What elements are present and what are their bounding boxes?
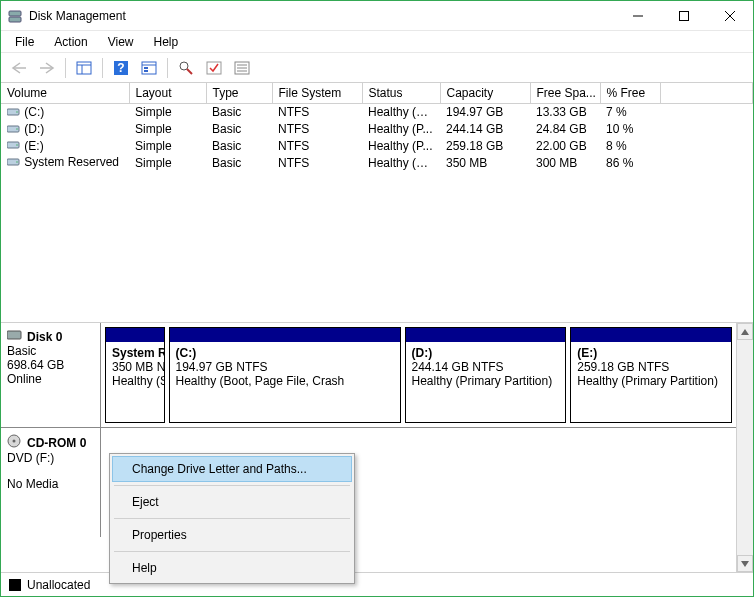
volume-free: 22.00 GB	[530, 138, 600, 155]
partition-cap	[170, 328, 400, 342]
partition[interactable]: (C:)194.97 GB NTFSHealthy (Boot, Page Fi…	[169, 327, 401, 423]
menu-action[interactable]: Action	[46, 33, 95, 51]
volume-free: 13.33 GB	[530, 104, 600, 121]
volume-table: Volume Layout Type File System Status Ca…	[1, 83, 753, 171]
volume-name: (E:)	[24, 139, 43, 153]
svg-point-34	[13, 440, 16, 443]
menu-help[interactable]: Help	[146, 33, 187, 51]
partition-status: Healthy (Boot, Page File, Crash	[176, 374, 394, 388]
maximize-button[interactable]	[661, 1, 707, 31]
volume-type: Basic	[206, 154, 272, 171]
context-menu: Change Drive Letter and Paths... Eject P…	[109, 453, 355, 584]
volume-type: Basic	[206, 138, 272, 155]
volume-row[interactable]: System ReservedSimpleBasicNTFSHealthy (S…	[1, 154, 753, 171]
partition-status: Healthy (Primary Partition)	[577, 374, 725, 388]
volume-free: 24.84 GB	[530, 121, 600, 138]
volume-free: 300 MB	[530, 154, 600, 171]
volume-row[interactable]: (D:)SimpleBasicNTFSHealthy (P...244.14 G…	[1, 121, 753, 138]
volume-row[interactable]: (E:)SimpleBasicNTFSHealthy (P...259.18 G…	[1, 138, 753, 155]
col-fs[interactable]: File System	[272, 83, 362, 104]
menu-item-eject[interactable]: Eject	[112, 489, 352, 515]
minimize-button[interactable]	[615, 1, 661, 31]
window: Disk Management File Action View Help ?	[0, 0, 754, 597]
menu-separator	[114, 551, 350, 552]
settings-button[interactable]	[72, 56, 96, 80]
svg-point-17	[180, 62, 188, 70]
volume-name: System Reserved	[24, 155, 119, 169]
partition-name: (D:)	[412, 346, 560, 360]
volume-fs: NTFS	[272, 154, 362, 171]
col-capacity[interactable]: Capacity	[440, 83, 530, 104]
menu-separator	[114, 485, 350, 486]
menu-item-change-drive-letter[interactable]: Change Drive Letter and Paths...	[112, 456, 352, 482]
volume-status: Healthy (B...	[362, 104, 440, 121]
partition-status: Healthy (Primary Partition)	[412, 374, 560, 388]
volume-name: (C:)	[24, 105, 44, 119]
volume-status: Healthy (P...	[362, 121, 440, 138]
partition-size: 350 MB NTFS	[112, 360, 158, 374]
help-button[interactable]: ?	[109, 56, 133, 80]
partition-size: 259.18 GB NTFS	[577, 360, 725, 374]
col-volume[interactable]: Volume	[1, 83, 129, 104]
partition-cap	[406, 328, 566, 342]
partition[interactable]: (D:)244.14 GB NTFSHealthy (Primary Parti…	[405, 327, 567, 423]
volume-capacity: 259.18 GB	[440, 138, 530, 155]
close-button[interactable]	[707, 1, 753, 31]
partition-cap	[571, 328, 731, 342]
col-layout[interactable]: Layout	[129, 83, 206, 104]
svg-rect-0	[9, 11, 21, 16]
disk-info[interactable]: CD-ROM 0DVD (F:)No Media	[1, 428, 101, 537]
partition[interactable]: System Rese350 MB NTFSHealthy (Syst	[105, 327, 165, 423]
partition-strip: System Rese350 MB NTFSHealthy (Syst(C:)1…	[101, 323, 736, 427]
svg-rect-15	[144, 67, 148, 69]
titlebar: Disk Management	[1, 1, 753, 31]
scroll-down-icon[interactable]	[737, 555, 753, 572]
disk-state: No Media	[7, 477, 94, 491]
col-free[interactable]: Free Spa...	[530, 83, 600, 104]
list-button[interactable]	[230, 56, 254, 80]
search-button[interactable]	[174, 56, 198, 80]
svg-rect-19	[207, 62, 221, 74]
menu-file[interactable]: File	[7, 33, 42, 51]
drive-icon	[7, 156, 21, 170]
view-button[interactable]	[137, 56, 161, 80]
menu-item-help[interactable]: Help	[112, 555, 352, 581]
volume-type: Basic	[206, 104, 272, 121]
vertical-scrollbar[interactable]	[736, 323, 753, 572]
forward-button[interactable]	[35, 56, 59, 80]
col-pct[interactable]: % Free	[600, 83, 660, 104]
app-icon	[7, 8, 23, 24]
disk-kind: Basic	[7, 344, 94, 358]
volume-fs: NTFS	[272, 104, 362, 121]
partition[interactable]: (E:)259.18 GB NTFSHealthy (Primary Parti…	[570, 327, 732, 423]
menu-separator	[114, 518, 350, 519]
volume-row[interactable]: (C:)SimpleBasicNTFSHealthy (B...194.97 G…	[1, 104, 753, 121]
drive-icon	[7, 139, 21, 153]
volume-list-pane: Volume Layout Type File System Status Ca…	[1, 83, 753, 323]
menu-view[interactable]: View	[100, 33, 142, 51]
volume-fs: NTFS	[272, 121, 362, 138]
partition-cap	[106, 328, 164, 342]
col-type[interactable]: Type	[206, 83, 272, 104]
drive-icon	[7, 123, 21, 137]
partition-size: 194.97 GB NTFS	[176, 360, 394, 374]
col-spacer	[660, 83, 753, 104]
volume-pct: 8 %	[600, 138, 660, 155]
disk-icon	[7, 329, 23, 344]
col-status[interactable]: Status	[362, 83, 440, 104]
partition-name: System Rese	[112, 346, 158, 360]
column-headers: Volume Layout Type File System Status Ca…	[1, 83, 753, 104]
volume-pct: 86 %	[600, 154, 660, 171]
svg-point-31	[16, 162, 17, 163]
volume-status: Healthy (P...	[362, 138, 440, 155]
back-button[interactable]	[7, 56, 31, 80]
volume-status: Healthy (S...	[362, 154, 440, 171]
menu-item-properties[interactable]: Properties	[112, 522, 352, 548]
check-button[interactable]	[202, 56, 226, 80]
disk-kind: DVD (F:)	[7, 451, 94, 465]
disk-info[interactable]: Disk 0Basic698.64 GBOnline	[1, 323, 101, 427]
legend-label-unallocated: Unallocated	[27, 578, 90, 592]
svg-point-25	[16, 111, 17, 112]
scroll-up-icon[interactable]	[737, 323, 753, 340]
disk-title: CD-ROM 0	[27, 436, 86, 450]
